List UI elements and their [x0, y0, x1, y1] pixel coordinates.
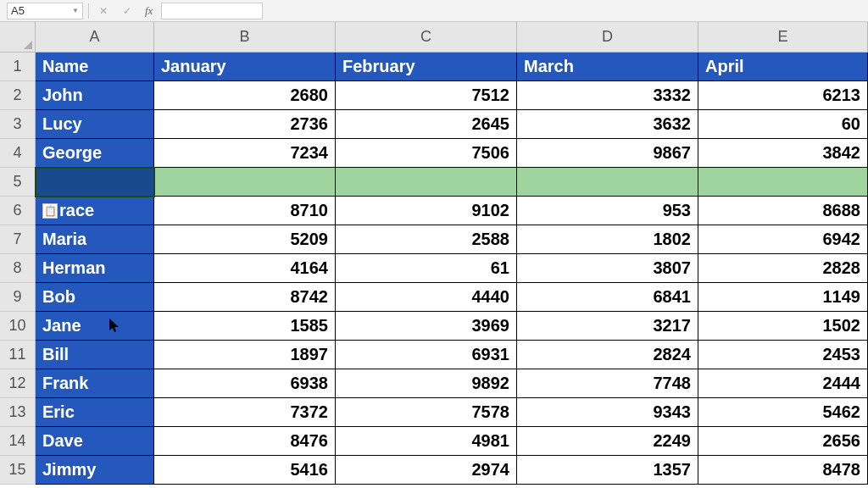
cell-value[interactable]: 4981 — [336, 427, 517, 456]
cell-value[interactable]: 6938 — [154, 369, 336, 398]
cell-value[interactable]: 8710 — [154, 197, 336, 225]
cell-value[interactable]: 7512 — [336, 81, 517, 110]
insert-options-icon[interactable] — [42, 203, 58, 219]
cell-value[interactable]: 3842 — [698, 139, 868, 168]
cell-value[interactable]: 2974 — [336, 456, 517, 485]
cell-value[interactable]: 7748 — [517, 369, 698, 398]
cell-value[interactable]: 2249 — [517, 427, 698, 456]
cell-value[interactable] — [698, 168, 868, 197]
cell-value[interactable]: 2645 — [336, 110, 517, 139]
cell-value[interactable]: 2680 — [154, 81, 336, 110]
cell-value[interactable]: 1802 — [517, 225, 698, 254]
cell-name[interactable]: Eric — [36, 398, 154, 427]
cell-value[interactable]: 7506 — [336, 139, 517, 168]
cell-value[interactable]: 7578 — [336, 398, 517, 427]
cell-value[interactable]: 5416 — [154, 456, 336, 485]
cell-value[interactable]: 2828 — [698, 254, 868, 283]
row-header-5[interactable]: 5 — [0, 168, 36, 197]
name-box[interactable]: A5 ▼ — [7, 3, 83, 19]
cell-value[interactable]: 4164 — [154, 254, 336, 283]
row-header-3[interactable]: 3 — [0, 110, 36, 139]
select-all-corner[interactable] — [0, 22, 36, 53]
cell-value[interactable]: 2453 — [698, 341, 868, 369]
header-cell[interactable]: March — [517, 53, 698, 81]
cell-name[interactable]: George — [36, 139, 154, 168]
cell-name[interactable]: Bill — [36, 341, 154, 369]
cell-value[interactable]: 8688 — [698, 197, 868, 225]
cancel-icon[interactable]: ✕ — [94, 5, 113, 17]
cell-value[interactable]: 9892 — [336, 369, 517, 398]
cell-name[interactable]: race — [36, 197, 154, 225]
cell-value[interactable]: 9867 — [517, 139, 698, 168]
cell-value[interactable]: 8478 — [698, 456, 868, 485]
col-header-C[interactable]: C — [336, 22, 517, 53]
row-header-14[interactable]: 14 — [0, 427, 36, 456]
cell-name[interactable]: Herman — [36, 254, 154, 283]
cell-value[interactable]: 1897 — [154, 341, 336, 369]
row-header-10[interactable]: 10 — [0, 312, 36, 341]
cell-value[interactable]: 4440 — [336, 283, 517, 312]
row-header-11[interactable]: 11 — [0, 341, 36, 369]
cell-name[interactable]: Bob — [36, 283, 154, 312]
cell-name[interactable]: Frank — [36, 369, 154, 398]
formula-input[interactable] — [161, 3, 263, 19]
row-header-13[interactable]: 13 — [0, 398, 36, 427]
cell-value[interactable]: 2736 — [154, 110, 336, 139]
cell-value[interactable]: 3807 — [517, 254, 698, 283]
cell-value[interactable]: 1585 — [154, 312, 336, 341]
cell-value[interactable]: 8476 — [154, 427, 336, 456]
cell-value[interactable] — [517, 168, 698, 197]
confirm-icon[interactable]: ✓ — [118, 5, 136, 17]
cell-value[interactable]: 2656 — [698, 427, 868, 456]
row-header-12[interactable]: 12 — [0, 369, 36, 398]
col-header-A[interactable]: A — [36, 22, 154, 53]
cell-value[interactable]: 61 — [336, 254, 517, 283]
cell-value[interactable]: 6841 — [517, 283, 698, 312]
cell-value[interactable] — [336, 168, 517, 197]
cell-name[interactable]: John — [36, 81, 154, 110]
cell-value[interactable]: 60 — [698, 110, 868, 139]
row-header-7[interactable]: 7 — [0, 225, 36, 254]
cell-value[interactable]: 5462 — [698, 398, 868, 427]
cell-value[interactable]: 1149 — [698, 283, 868, 312]
row-header-15[interactable]: 15 — [0, 456, 36, 485]
cell-value[interactable]: 5209 — [154, 225, 336, 254]
cell-name[interactable]: Jane — [36, 312, 154, 341]
cell-value[interactable]: 8742 — [154, 283, 336, 312]
cell-value[interactable]: 1502 — [698, 312, 868, 341]
header-cell[interactable]: Name — [36, 53, 154, 81]
cell-value[interactable]: 3217 — [517, 312, 698, 341]
cell-value[interactable]: 1357 — [517, 456, 698, 485]
cell-name[interactable]: Lucy — [36, 110, 154, 139]
col-header-E[interactable]: E — [698, 22, 868, 53]
cell-value[interactable]: 6931 — [336, 341, 517, 369]
cell-value[interactable]: 2444 — [698, 369, 868, 398]
cell-value[interactable]: 2824 — [517, 341, 698, 369]
cell-name[interactable]: Maria — [36, 225, 154, 254]
cell-name[interactable] — [36, 168, 154, 197]
row-header-1[interactable]: 1 — [0, 53, 36, 81]
cell-value[interactable]: 6942 — [698, 225, 868, 254]
cell-name[interactable]: Jimmy — [36, 456, 154, 485]
row-header-8[interactable]: 8 — [0, 254, 36, 283]
cell-value[interactable]: 2588 — [336, 225, 517, 254]
row-header-6[interactable]: 6 — [0, 197, 36, 225]
row-header-4[interactable]: 4 — [0, 139, 36, 168]
row-header-9[interactable]: 9 — [0, 283, 36, 312]
fx-icon[interactable]: fx — [142, 4, 156, 18]
header-cell[interactable]: April — [698, 53, 868, 81]
row-header-2[interactable]: 2 — [0, 81, 36, 110]
cell-value[interactable] — [154, 168, 336, 197]
cell-value[interactable]: 7234 — [154, 139, 336, 168]
header-cell[interactable]: February — [336, 53, 517, 81]
cell-value[interactable]: 3969 — [336, 312, 517, 341]
chevron-down-icon[interactable]: ▼ — [72, 7, 79, 14]
cell-value[interactable]: 3632 — [517, 110, 698, 139]
cell-value[interactable]: 3332 — [517, 81, 698, 110]
cell-value[interactable]: 9343 — [517, 398, 698, 427]
cell-name[interactable]: Dave — [36, 427, 154, 456]
cell-value[interactable]: 9102 — [336, 197, 517, 225]
col-header-D[interactable]: D — [517, 22, 698, 53]
cell-value[interactable]: 6213 — [698, 81, 868, 110]
cell-value[interactable]: 953 — [517, 197, 698, 225]
